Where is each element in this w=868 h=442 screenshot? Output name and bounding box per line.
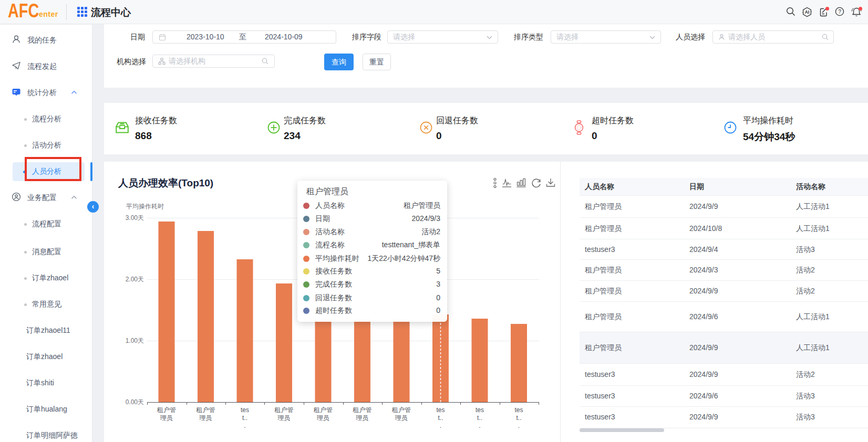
svg-text:租户管: 租户管 [196,406,215,414]
svg-text:.: . [518,422,520,429]
svg-text:t..: t.. [477,414,482,422]
svg-text:租户管: 租户管 [353,406,372,414]
svg-text:理员: 理员 [316,414,329,422]
svg-text:t..: t.. [438,414,443,422]
svg-text:平均操作耗时: 平均操作耗时 [126,203,164,210]
svg-text:.: . [479,422,480,429]
svg-text:t..: t.. [516,414,521,422]
svg-text:1.00天: 1.00天 [126,337,144,344]
svg-text:理员: 理员 [277,414,291,422]
svg-text:2.00天: 2.00天 [126,276,144,283]
svg-text:.: . [244,422,245,429]
svg-text:t..: t.. [242,414,247,422]
svg-text:tes: tes [514,406,523,414]
svg-text:理员: 理员 [199,414,212,422]
svg-text:?: ? [838,9,841,15]
svg-text:租户管: 租户管 [274,406,294,414]
svg-text:租户管: 租户管 [391,406,411,414]
svg-text:租户管: 租户管 [313,406,333,414]
svg-text:tes: tes [436,406,445,414]
svg-text:tes: tes [476,406,484,414]
svg-text:理员: 理员 [395,414,408,422]
svg-text:AI: AI [805,9,810,15]
svg-text:理员: 理员 [356,414,369,422]
svg-text:.: . [440,422,441,429]
svg-text:0.00天: 0.00天 [126,398,144,406]
svg-text:3.00天: 3.00天 [126,214,144,222]
svg-text:租户管: 租户管 [157,406,176,414]
svg-text:理员: 理员 [160,414,173,422]
svg-text:tes: tes [241,406,249,414]
